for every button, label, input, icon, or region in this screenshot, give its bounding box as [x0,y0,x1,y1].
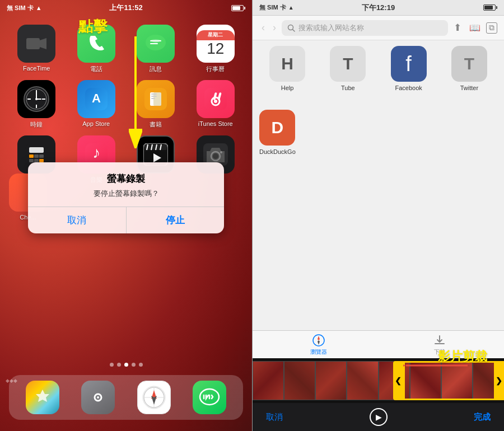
books-label: 書籍 [150,120,162,129]
page-dots [0,363,252,367]
trim-handle-right[interactable]: ❯ [494,361,504,400]
facetime-icon [17,25,55,63]
dot-5 [139,363,143,367]
duckduckgo-bookmark-label: DuckDuckGo [259,148,296,155]
status-icons-right [483,4,497,11]
browser-compass-icon [312,334,325,347]
itunes-label: iTunes Store [198,120,233,127]
trim-handle-left[interactable]: ❮ [393,361,403,400]
appstore-icon: A [77,80,115,118]
search-bar[interactable]: 搜索或输入网站名称 [282,20,448,36]
facetime-label: FaceTime [23,65,50,72]
svg-rect-8 [150,43,158,44]
dialog-message: 要停止螢幕錄製嗎？ [37,189,215,199]
appstore-label: App Store [82,120,110,127]
svg-marker-65 [318,340,320,345]
svg-rect-24 [151,96,157,97]
dock-safari[interactable] [137,381,171,414]
app-calendar[interactable]: 星期二 12 行事曆 [188,25,244,73]
carrier-label-right: 無 SIM 卡 [259,3,286,12]
svg-rect-34 [34,154,39,158]
line-icon [193,381,226,414]
battery-fill-left [232,6,240,10]
app-itunes[interactable]: iTunes Store [188,80,244,129]
battery-tip-right [496,6,497,9]
battery-tip-left [244,7,245,10]
download-icon [433,334,446,347]
dot-4 [132,363,136,367]
tube-bookmark-label: Tube [341,85,355,91]
bookmarks-button[interactable]: 📖 [467,20,483,35]
calendar-icon: 星期二 12 [197,25,235,63]
svg-point-50 [213,153,218,159]
bookmark-facebook[interactable]: f Facebook [381,46,437,91]
time-right: 下午12:19 [362,3,395,13]
bookmark-twitter[interactable]: T Twitter [441,46,497,91]
svg-rect-25 [151,98,155,99]
film-frame-2 [284,361,315,400]
bookmarks-grid: H Help T Tube f Facebook T Twitter [259,46,497,91]
video-play-button[interactable]: ▶ [370,408,388,426]
bookmark-tube[interactable]: T Tube [320,46,376,91]
share-button[interactable]: ⬆ [451,20,464,36]
search-icon [287,24,295,32]
down-arrow-icon [129,36,142,148]
stop-button[interactable]: 停止 [127,207,225,233]
help-bookmark-label: Help [281,85,294,91]
svg-rect-23 [151,93,157,95]
dock-settings[interactable] [81,381,115,414]
forward-button[interactable]: › [270,20,278,36]
app-clock[interactable]: 時鐘 [9,80,64,129]
dock-line[interactable] [193,381,226,414]
browser-label: 瀏覽器 [310,348,327,356]
twitter-bookmark-icon: T [451,46,487,82]
status-right-icons-left [231,5,245,11]
svg-rect-36 [29,159,34,162]
video-cancel-button[interactable]: 取消 [266,412,283,423]
svg-rect-35 [39,154,44,158]
messages-icon [137,25,175,63]
watermark-left: ◆◆◆ [6,378,17,383]
app-facetime[interactable]: FaceTime [9,25,64,73]
app-appstore[interactable]: A App Store [69,80,124,129]
phone-label: 電話 [90,65,102,73]
clock-label: 時鐘 [30,120,43,129]
svg-rect-32 [29,147,44,153]
facebook-bookmark-icon: f [391,46,427,82]
left-phone-panel: 無 SIM 卡 ▲ 上午11:52 點擊 [0,0,252,431]
search-placeholder-text: 搜索或输入网站名称 [298,23,364,33]
dialog-content: 螢幕錄製 要停止螢幕錄製嗎？ [28,162,224,199]
nav-bar: ‹ › 搜索或输入网站名称 ⬆ 📖 ⧉ [253,16,504,40]
photos-icon [26,381,59,414]
tube-bookmark-icon: T [330,46,366,82]
cancel-button[interactable]: 取消 [28,207,127,233]
battery-right [483,4,497,11]
wifi-icon-right: ▲ [288,4,294,11]
video-done-button[interactable]: 完成 [474,412,491,423]
facebook-bookmark-label: Facebook [395,85,422,91]
messages-label: 訊息 [150,65,162,73]
back-button[interactable]: ‹ [259,20,267,36]
bookmark-duckduckgo-container[interactable]: D DuckDuckGo [259,110,296,155]
dot-3-active [124,363,128,367]
browser-tab[interactable]: 瀏覽器 [310,334,327,356]
svg-text:A: A [92,91,101,105]
screen-record-dialog: 螢幕錄製 要停止螢幕錄製嗎？ 取消 停止 [28,162,224,233]
dialog-title: 螢幕錄製 [37,172,215,185]
dialog-buttons: 取消 停止 [28,207,224,233]
calendar-label: 行事曆 [206,65,225,73]
tabs-button[interactable]: ⧉ [486,22,497,34]
dock-photos[interactable] [26,381,59,414]
svg-text:♪: ♪ [92,144,100,161]
bookmark-help[interactable]: H Help [259,46,315,91]
battery-fill-right [484,6,493,10]
safari-icon [137,381,171,414]
svg-point-53 [97,396,99,399]
status-bar-left: 無 SIM 卡 ▲ 上午11:52 [0,0,252,16]
help-bookmark-icon: H [269,46,305,82]
left-arrow-icon [403,359,470,372]
time-left: 上午11:52 [109,3,142,13]
svg-point-51 [220,151,222,153]
right-phone-panel: 無 SIM 卡 ▲ 下午12:19 ‹ › 搜索或输入网站名称 ⬆ 📖 ⧉ H … [252,0,504,431]
carrier-wifi-left: 無 SIM 卡 ▲ [7,4,42,12]
